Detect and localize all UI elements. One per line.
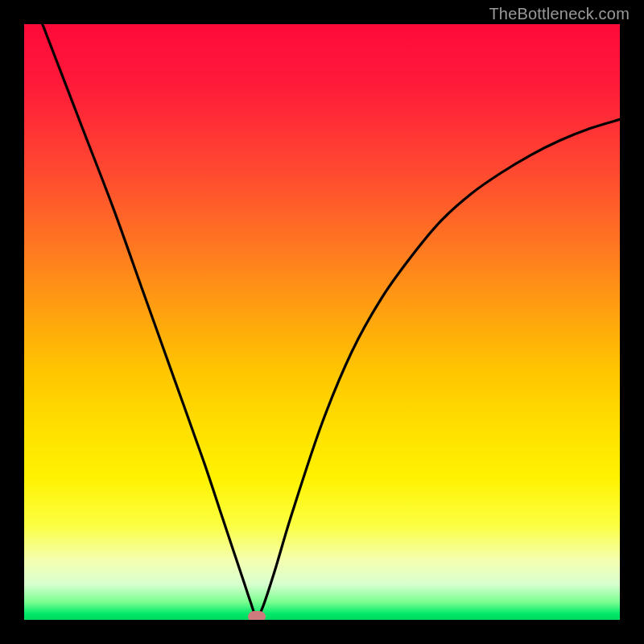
plot-area <box>24 24 620 620</box>
optimum-marker <box>248 611 266 620</box>
chart-frame: TheBottleneck.com <box>0 0 644 644</box>
watermark-text: TheBottleneck.com <box>489 5 630 23</box>
bottleneck-curve <box>24 24 620 620</box>
